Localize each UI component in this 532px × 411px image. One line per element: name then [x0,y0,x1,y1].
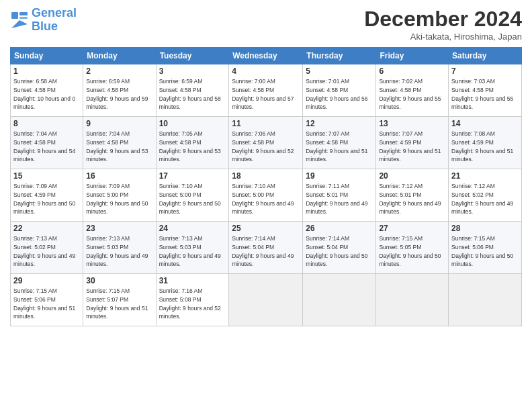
day-info: Sunrise: 7:07 AMSunset: 4:59 PMDaylight:… [379,130,441,163]
day-number: 26 [306,224,373,233]
calendar-table: Sunday Monday Tuesday Wednesday Thursday… [10,47,522,326]
day-info: Sunrise: 7:08 AMSunset: 4:59 PMDaylight:… [451,130,513,163]
table-row: 14 Sunrise: 7:08 AMSunset: 4:59 PMDaylig… [449,117,522,169]
table-row: 8 Sunrise: 7:04 AMSunset: 4:58 PMDayligh… [11,117,83,169]
col-thursday: Thursday [303,48,376,64]
day-number: 18 [232,171,300,181]
day-info: Sunrise: 6:58 AMSunset: 4:58 PMDaylight:… [13,78,75,110]
day-number: 20 [379,171,445,181]
day-number: 22 [13,224,80,233]
day-info: Sunrise: 7:16 AMSunset: 5:08 PMDaylight:… [159,287,221,320]
table-row: 23 Sunrise: 7:13 AMSunset: 5:03 PMDaylig… [83,222,156,274]
calendar-row: 15 Sunrise: 7:09 AMSunset: 4:59 PMDaylig… [11,169,522,222]
day-number: 10 [159,119,226,128]
table-row: 2 Sunrise: 6:59 AMSunset: 4:58 PMDayligh… [83,64,156,117]
table-row: 4 Sunrise: 7:00 AMSunset: 4:58 PMDayligh… [229,64,303,117]
calendar-page: General Blue December 2024 Aki-takata, H… [0,0,532,411]
table-row [376,274,449,326]
day-info: Sunrise: 7:13 AMSunset: 5:02 PMDaylight:… [13,235,75,267]
table-row: 22 Sunrise: 7:13 AMSunset: 5:02 PMDaylig… [11,222,83,274]
table-row [303,274,376,326]
day-number: 25 [232,224,300,233]
table-row [449,274,522,326]
day-number: 4 [232,66,300,76]
table-row: 29 Sunrise: 7:15 AMSunset: 5:06 PMDaylig… [11,274,83,326]
day-number: 15 [13,171,80,181]
day-info: Sunrise: 7:06 AMSunset: 4:58 PMDaylight:… [232,130,294,163]
location: Aki-takata, Hiroshima, Japan [364,32,522,42]
day-info: Sunrise: 7:05 AMSunset: 4:58 PMDaylight:… [159,130,221,163]
day-info: Sunrise: 7:15 AMSunset: 5:06 PMDaylight:… [451,235,513,267]
day-info: Sunrise: 7:02 AMSunset: 4:58 PMDaylight:… [379,78,441,110]
day-info: Sunrise: 7:11 AMSunset: 5:01 PMDaylight:… [306,183,367,215]
day-info: Sunrise: 7:07 AMSunset: 4:58 PMDaylight:… [306,130,367,163]
table-row: 10 Sunrise: 7:05 AMSunset: 4:58 PMDaylig… [156,117,229,169]
table-row: 11 Sunrise: 7:06 AMSunset: 4:58 PMDaylig… [229,117,303,169]
day-number: 3 [159,66,226,76]
logo-icon [10,11,29,30]
calendar-row: 8 Sunrise: 7:04 AMSunset: 4:58 PMDayligh… [11,117,522,169]
day-info: Sunrise: 6:59 AMSunset: 4:58 PMDaylight:… [86,78,148,110]
day-info: Sunrise: 7:10 AMSunset: 5:00 PMDaylight:… [159,183,221,215]
day-number: 23 [86,224,152,233]
day-info: Sunrise: 7:12 AMSunset: 5:01 PMDaylight:… [379,183,441,215]
day-number: 7 [451,66,519,76]
day-info: Sunrise: 7:15 AMSunset: 5:06 PMDaylight:… [13,287,75,320]
day-number: 5 [306,66,373,76]
table-row: 5 Sunrise: 7:01 AMSunset: 4:58 PMDayligh… [303,64,376,117]
col-wednesday: Wednesday [229,48,303,64]
table-row: 30 Sunrise: 7:15 AMSunset: 5:07 PMDaylig… [83,274,156,326]
title-block: December 2024 Aki-takata, Hiroshima, Jap… [364,7,522,42]
table-row [229,274,303,326]
calendar-row: 1 Sunrise: 6:58 AMSunset: 4:58 PMDayligh… [11,64,522,117]
page-header: General Blue December 2024 Aki-takata, H… [10,7,522,42]
table-row: 15 Sunrise: 7:09 AMSunset: 4:59 PMDaylig… [11,169,83,222]
table-row: 19 Sunrise: 7:11 AMSunset: 5:01 PMDaylig… [303,169,376,222]
table-row: 13 Sunrise: 7:07 AMSunset: 4:59 PMDaylig… [376,117,449,169]
day-number: 16 [86,171,152,181]
table-row: 24 Sunrise: 7:13 AMSunset: 5:03 PMDaylig… [156,222,229,274]
table-row: 25 Sunrise: 7:14 AMSunset: 5:04 PMDaylig… [229,222,303,274]
day-number: 14 [451,119,519,128]
day-info: Sunrise: 7:09 AMSunset: 4:59 PMDaylight:… [13,183,75,215]
day-info: Sunrise: 7:09 AMSunset: 5:00 PMDaylight:… [86,183,148,215]
table-row: 28 Sunrise: 7:15 AMSunset: 5:06 PMDaylig… [449,222,522,274]
day-info: Sunrise: 7:01 AMSunset: 4:58 PMDaylight:… [306,78,367,110]
day-number: 28 [451,224,519,233]
day-info: Sunrise: 6:59 AMSunset: 4:58 PMDaylight:… [159,78,221,110]
table-row: 3 Sunrise: 6:59 AMSunset: 4:58 PMDayligh… [156,64,229,117]
day-number: 27 [379,224,445,233]
day-number: 9 [86,119,152,128]
day-info: Sunrise: 7:03 AMSunset: 4:58 PMDaylight:… [451,78,513,110]
day-info: Sunrise: 7:13 AMSunset: 5:03 PMDaylight:… [159,235,221,267]
header-row: Sunday Monday Tuesday Wednesday Thursday… [11,48,522,64]
day-info: Sunrise: 7:14 AMSunset: 5:04 PMDaylight:… [306,235,367,267]
day-info: Sunrise: 7:04 AMSunset: 4:58 PMDaylight:… [86,130,148,163]
day-number: 29 [13,276,80,285]
day-number: 19 [306,171,373,181]
day-info: Sunrise: 7:12 AMSunset: 5:02 PMDaylight:… [451,183,513,215]
logo: General Blue [10,7,77,34]
day-number: 1 [13,66,80,76]
day-number: 13 [379,119,445,128]
table-row: 17 Sunrise: 7:10 AMSunset: 5:00 PMDaylig… [156,169,229,222]
col-monday: Monday [83,48,156,64]
day-number: 12 [306,119,373,128]
day-number: 11 [232,119,300,128]
table-row: 31 Sunrise: 7:16 AMSunset: 5:08 PMDaylig… [156,274,229,326]
col-tuesday: Tuesday [156,48,229,64]
day-info: Sunrise: 7:10 AMSunset: 5:00 PMDaylight:… [232,183,294,215]
table-row: 18 Sunrise: 7:10 AMSunset: 5:00 PMDaylig… [229,169,303,222]
day-number: 30 [86,276,152,285]
day-info: Sunrise: 7:00 AMSunset: 4:58 PMDaylight:… [232,78,294,110]
table-row: 9 Sunrise: 7:04 AMSunset: 4:58 PMDayligh… [83,117,156,169]
day-number: 31 [159,276,226,285]
logo-line2: Blue [32,19,58,33]
day-number: 21 [451,171,519,181]
day-number: 2 [86,66,152,76]
day-number: 6 [379,66,445,76]
table-row: 16 Sunrise: 7:09 AMSunset: 5:00 PMDaylig… [83,169,156,222]
day-number: 17 [159,171,226,181]
day-info: Sunrise: 7:15 AMSunset: 5:07 PMDaylight:… [86,287,148,320]
month-title: December 2024 [364,7,522,32]
